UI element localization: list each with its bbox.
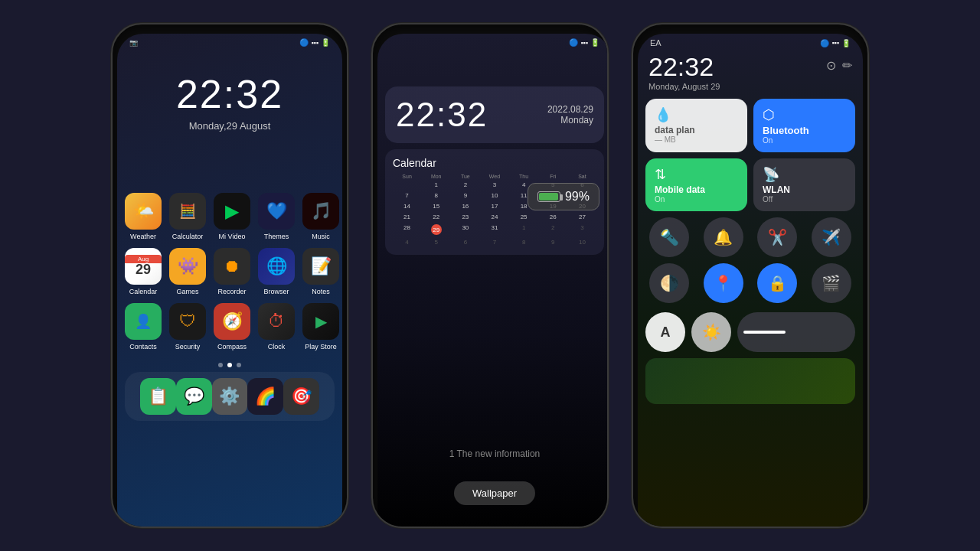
cal-day: 17 (480, 201, 508, 211)
app-weather[interactable]: 🌤️ Weather (125, 193, 162, 240)
dock-app-1[interactable]: 📋 (140, 378, 176, 415)
music-label: Music (312, 233, 330, 240)
bt-icon-2: 🔵 (569, 38, 578, 47)
status-bar-2: 🔵 ▪▪▪ 🔋 (377, 34, 609, 48)
cc-location-btn[interactable]: 📍 (704, 263, 743, 303)
bluetooth-icon: 🔵 (299, 38, 309, 47)
cc-video-btn[interactable]: 🎬 (812, 263, 851, 303)
dock-app-4[interactable]: 🌈 (247, 378, 283, 415)
cal-day: 30 (451, 223, 479, 236)
app-security[interactable]: 🛡 Security (169, 303, 206, 350)
cc-edit-icon[interactable]: ✏ (842, 58, 852, 73)
data-plan-label: data plan (655, 125, 738, 135)
app-music[interactable]: 🎵 Music (302, 193, 339, 240)
cc-bottom-row: A ☀️ (638, 312, 863, 352)
dot-3 (237, 363, 241, 367)
cal-day: 16 (451, 201, 479, 211)
cal-day: 9 (539, 237, 567, 247)
app-playstore[interactable]: ▶ Play Store (302, 303, 339, 350)
cc-flashlight-btn[interactable]: 🔦 (649, 217, 689, 257)
cal-day: 9 (451, 191, 479, 201)
themes-label: Themes (264, 233, 289, 240)
app-clock[interactable]: ⏱ Clock (258, 303, 295, 350)
cal-hdr-mon: Mon (422, 174, 450, 179)
phone3: EA 🔵 ▪▪▪ 🔋 22:32 Monday, August 29 ⊙ ✏ 💧 (632, 23, 869, 528)
calendar-title: Calendar (393, 157, 596, 169)
cc-darkmode-btn[interactable]: 🌗 (649, 263, 689, 303)
cc-tile-wlan[interactable]: 📡 WLAN Off (753, 158, 855, 211)
cal-day: 1 (422, 180, 450, 190)
cc-wallpaper-area (645, 358, 855, 404)
browser-label: Browser (263, 288, 289, 295)
app-notes[interactable]: 📝 Notes (302, 248, 339, 295)
notes-icon: 📝 (302, 248, 339, 285)
app-calculator[interactable]: 🧮 Calculator (169, 193, 206, 240)
app-recorder[interactable]: ⏺ Recorder (214, 248, 250, 295)
lock-date: 2022.08.29 Monday (547, 104, 593, 126)
dock-app-2[interactable]: 💬 (176, 378, 212, 415)
cc-airplane-btn[interactable]: ✈️ (812, 217, 851, 257)
cal-day: 25 (510, 212, 538, 222)
app-browser[interactable]: 🌐 Browser (258, 248, 295, 295)
cc-text-btn[interactable]: A (645, 312, 685, 352)
cc-tile-mobile-data[interactable]: ⇅ Mobile data On (645, 158, 747, 211)
app-themes[interactable]: 💙 Themes (258, 193, 295, 240)
cal-day: 3 (568, 223, 596, 236)
phone2-screen: 🔵 ▪▪▪ 🔋 22:32 2022.08.29 Monday Calendar… (377, 34, 609, 528)
app-grid-row2: Aug 29 Calendar 👾 Games ⏺ Recorder 🌐 Bro… (117, 248, 342, 303)
lock-date-line2: Monday (547, 115, 593, 126)
cc-brightness-btn[interactable]: ☀️ (691, 312, 731, 352)
battery-widget: 99% (528, 183, 599, 210)
mobile-data-sub: On (655, 195, 738, 204)
home-date: Monday,29 August (117, 120, 342, 132)
mobile-data-label: Mobile data (655, 184, 738, 195)
cc-tile-bluetooth[interactable]: ⬡ Bluetooth On (753, 99, 855, 152)
contacts-label: Contacts (129, 343, 157, 350)
cal-day: 8 (510, 237, 538, 247)
app-mivideo[interactable]: ▶ Mi Video (214, 193, 250, 240)
cal-hdr-sat: Sat (568, 174, 596, 179)
games-icon: 👾 (169, 248, 206, 285)
dock-app-5[interactable]: 🎯 (283, 378, 319, 415)
app-compass[interactable]: 🧭 Compass (214, 303, 250, 350)
dock-app-3[interactable]: ⚙️ (212, 378, 248, 415)
phone2: 🔵 ▪▪▪ 🔋 22:32 2022.08.29 Monday Calendar… (371, 23, 609, 528)
clock-icon: ⏱ (258, 303, 295, 340)
cal-day: 1 (510, 223, 538, 236)
dot-2 (227, 363, 232, 367)
music-icon: 🎵 (302, 193, 339, 230)
wlan-icon: 📡 (763, 166, 846, 183)
cal-day: 14 (393, 201, 421, 211)
cal-day: 8 (422, 191, 450, 201)
signal-icon: ▪▪▪ (311, 39, 318, 47)
status-left-icons: 📷 (129, 39, 138, 47)
cc-screenshot-btn[interactable]: ✂️ (757, 217, 797, 257)
app-contacts[interactable]: 👤 Contacts (125, 303, 162, 350)
cal-hdr-tue: Tue (451, 174, 479, 179)
cal-hdr-thu: Thu (510, 174, 538, 179)
wallpaper-button[interactable]: Wallpaper (454, 481, 535, 505)
lock-time-widget: 22:32 2022.08.29 Monday (385, 86, 604, 143)
cc-icon-row-2: 🌗 📍 🔒 🎬 (638, 263, 863, 308)
phone1-screen: 📷 🔵 ▪▪▪ 🔋 22:32 Monday,29 August 🌤️ Weat… (117, 34, 342, 528)
app-games[interactable]: 👾 Games (169, 248, 206, 295)
lock-time: 22:32 (396, 96, 488, 134)
app-calendar[interactable]: Aug 29 Calendar (125, 248, 162, 295)
cal-day: 2 (451, 180, 479, 190)
phone1: 📷 🔵 ▪▪▪ 🔋 22:32 Monday,29 August 🌤️ Weat… (111, 23, 348, 528)
cc-lock-btn[interactable]: 🔒 (757, 263, 797, 303)
cal-day: 31 (480, 223, 508, 236)
status-right-3: 🔵 ▪▪▪ 🔋 (820, 39, 851, 47)
battery-icon: 🔋 (321, 38, 330, 47)
cc-tiles: 💧 data plan — MB ⬡ Bluetooth On ⇅ Mobile… (638, 93, 863, 217)
weather-icon: 🌤️ (125, 193, 162, 230)
mivideo-label: Mi Video (219, 233, 246, 240)
cc-brightness-slider[interactable] (737, 312, 855, 352)
cc-notification-btn[interactable]: 🔔 (704, 217, 743, 257)
cc-location-icon[interactable]: ⊙ (826, 58, 836, 73)
lock-notification: 1 The new information (377, 448, 609, 459)
dock: 📋 💬 ⚙️ 🌈 🎯 (125, 372, 335, 421)
cc-tile-data-plan[interactable]: 💧 data plan — MB (645, 99, 747, 152)
cc-slider-fill (743, 331, 786, 334)
home-time: 22:32 (117, 71, 342, 117)
